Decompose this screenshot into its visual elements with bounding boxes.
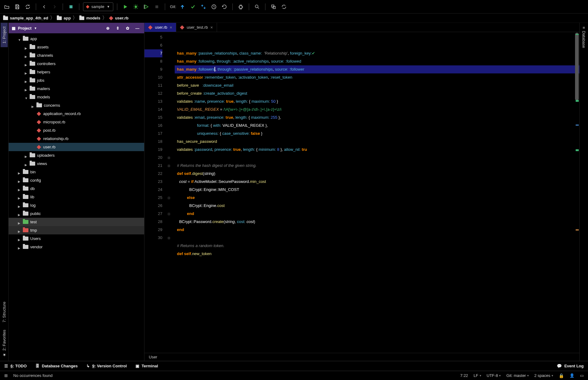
expand-arrow-icon[interactable]: [25, 96, 28, 99]
close-icon[interactable]: ×: [170, 25, 172, 30]
line-number[interactable]: 14: [144, 105, 162, 114]
code-line[interactable]: else: [175, 194, 579, 202]
editor-tab[interactable]: user.rb×: [144, 23, 176, 32]
code-line[interactable]: [175, 154, 579, 162]
tool-tab-favorites[interactable]: ★2: Favorites: [1, 326, 8, 361]
tree-row[interactable]: micropost.rb: [9, 118, 144, 126]
code-line[interactable]: before_save :downcase_email: [175, 81, 579, 89]
expand-arrow-icon[interactable]: [18, 179, 21, 182]
run-icon[interactable]: [121, 2, 130, 11]
expand-arrow-icon[interactable]: [25, 62, 28, 65]
line-number[interactable]: 17: [144, 130, 162, 138]
expand-arrow-icon[interactable]: [18, 237, 21, 240]
git-compare-icon[interactable]: [199, 2, 208, 11]
collapse-all-icon[interactable]: ⇕: [114, 24, 121, 32]
code-text[interactable]: has_many :passive_relationships, class_n…: [172, 32, 579, 353]
tree-row[interactable]: log: [9, 201, 144, 209]
line-number[interactable]: 21: [144, 162, 162, 170]
code-line[interactable]: validates :password, presence: true, len…: [175, 146, 579, 154]
tool-tab-vcs[interactable]: ↳9: Version Control: [86, 364, 127, 368]
file-encoding[interactable]: UTF-8: [487, 373, 501, 378]
code-line[interactable]: format: { with: VALID_EMAIL_REGEX },: [175, 122, 579, 130]
git-commit-icon[interactable]: [189, 2, 197, 11]
line-number[interactable]: 6: [144, 41, 162, 49]
expand-arrow-icon[interactable]: [18, 171, 21, 174]
tree-row[interactable]: helpers: [9, 68, 144, 76]
code-line[interactable]: end: [175, 210, 579, 218]
expand-arrow-icon[interactable]: [25, 71, 28, 74]
tool-window-quick-access-icon[interactable]: ⊞: [4, 373, 8, 378]
tree-row[interactable]: views: [9, 159, 144, 168]
locate-icon[interactable]: ⊕: [104, 24, 111, 32]
tree-row[interactable]: concerns: [9, 101, 144, 109]
tree-row[interactable]: jobs: [9, 76, 144, 85]
tree-row[interactable]: controllers: [9, 60, 144, 68]
tree-row[interactable]: mailers: [9, 85, 144, 93]
tree-row[interactable]: lib: [9, 193, 144, 201]
fold-toggle-icon[interactable]: ⊟: [166, 154, 172, 162]
code-editor[interactable]: 5678910111213141516171819202122232425262…: [144, 32, 579, 353]
breadcrumb-item[interactable]: sample_app_4th_ed: [3, 16, 48, 20]
open-icon[interactable]: [2, 2, 11, 11]
code-line[interactable]: validates :email, presence: true, length…: [175, 114, 579, 122]
line-number[interactable]: 8: [144, 57, 162, 65]
tool-tab-project[interactable]: 1: Project: [1, 23, 8, 47]
tool-tab-terminal[interactable]: ▣Terminal: [136, 364, 158, 368]
expand-arrow-icon[interactable]: [25, 87, 28, 90]
editor-tab[interactable]: user_test.rb×: [176, 23, 217, 32]
line-number[interactable]: 29: [144, 226, 162, 234]
expand-arrow-icon[interactable]: [18, 187, 21, 190]
line-number[interactable]: 23: [144, 178, 162, 186]
tree-row[interactable]: tmp: [9, 226, 144, 234]
code-line[interactable]: has_many :passive_relationships, class_n…: [175, 49, 579, 57]
code-line[interactable]: uniqueness: { case_sensitive: false }: [175, 130, 579, 138]
line-number[interactable]: 11: [144, 81, 162, 89]
tree-row[interactable]: app: [9, 35, 144, 43]
fold-toggle-icon[interactable]: ⊡: [166, 194, 172, 202]
tree-row[interactable]: db: [9, 184, 144, 193]
save-icon[interactable]: [13, 2, 22, 11]
tree-row[interactable]: assets: [9, 43, 144, 51]
code-line[interactable]: BCrypt::Engine.cost: [175, 202, 579, 210]
line-number[interactable]: 22: [144, 170, 162, 178]
expand-arrow-icon[interactable]: [18, 37, 21, 40]
code-line[interactable]: has_many :followers, through: :passive_r…: [175, 65, 579, 73]
code-line[interactable]: VALID_EMAIL_REGEX = /\A[\w+\-.]+@[a-z\d\…: [175, 105, 579, 114]
settings-icon[interactable]: [236, 2, 245, 11]
line-number[interactable]: 26: [144, 202, 162, 210]
code-line[interactable]: validates :name, presence: true, length:…: [175, 97, 579, 105]
tree-row[interactable]: models: [9, 93, 144, 101]
code-line[interactable]: [175, 234, 579, 242]
sync-icon[interactable]: [23, 2, 32, 11]
breadcrumb-item[interactable]: app: [57, 16, 71, 20]
fold-gutter[interactable]: ⊟⊟⊡⊡⊟: [166, 32, 172, 353]
expand-arrow-icon[interactable]: [18, 204, 21, 207]
indent-settings[interactable]: 2 spaces: [534, 373, 553, 378]
line-number[interactable]: 10: [144, 73, 162, 81]
line-number[interactable]: 20: [144, 154, 162, 162]
stop-icon[interactable]: [152, 2, 161, 11]
project-tree[interactable]: appassetschannelscontrollershelpersjobsm…: [9, 33, 144, 361]
breadcrumb-item[interactable]: models: [79, 16, 100, 20]
git-update-icon[interactable]: [178, 2, 187, 11]
git-history-icon[interactable]: [210, 2, 218, 11]
git-revert-icon[interactable]: [220, 2, 229, 11]
build-icon[interactable]: [67, 2, 75, 11]
tool-tab-todo[interactable]: ☰6: TODO: [4, 364, 27, 368]
code-line[interactable]: def self.new_token: [175, 250, 579, 258]
code-line[interactable]: BCrypt::Engine::MIN_COST: [175, 186, 579, 194]
line-number-gutter[interactable]: 5678910111213141516171819202122232425262…: [144, 32, 166, 353]
debug-icon[interactable]: [131, 2, 140, 11]
close-icon[interactable]: ×: [211, 25, 213, 30]
tree-row[interactable]: config: [9, 176, 144, 184]
expand-arrow-icon[interactable]: [18, 212, 21, 215]
error-stripe[interactable]: [575, 32, 579, 353]
line-number[interactable]: 19: [144, 146, 162, 154]
expand-arrow-icon[interactable]: [25, 54, 28, 57]
line-number[interactable]: 7: [144, 49, 162, 57]
fold-toggle-icon[interactable]: ⊡: [166, 210, 172, 218]
tree-row[interactable]: test: [9, 218, 144, 226]
event-log-button[interactable]: 💬Event Log: [557, 364, 584, 368]
line-number[interactable]: 12: [144, 89, 162, 97]
back-icon[interactable]: [40, 2, 48, 11]
